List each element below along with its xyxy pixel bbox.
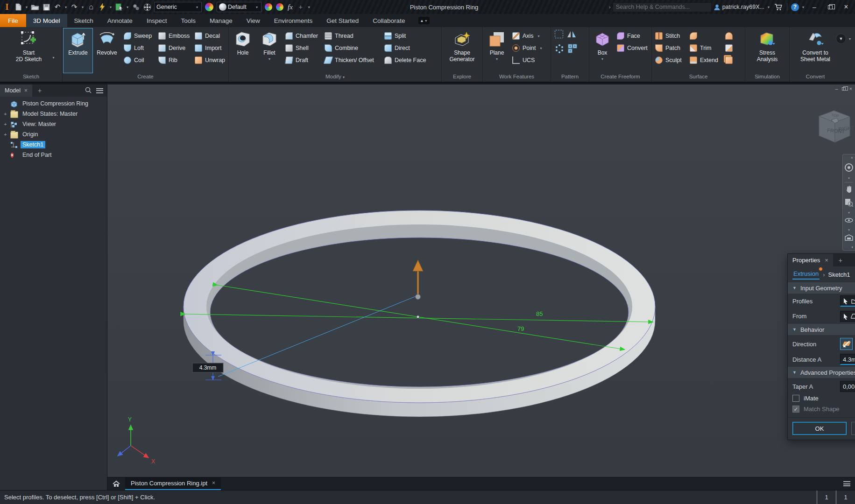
rectangular-pattern-icon[interactable]	[555, 30, 563, 38]
orbit-icon[interactable]	[844, 217, 854, 226]
bolt-dropdown[interactable]: ▾	[108, 5, 113, 9]
fillet-dropdown[interactable]: ▾	[267, 56, 272, 63]
search-box[interactable]	[613, 2, 712, 12]
ok-button[interactable]: OK	[792, 422, 847, 435]
axis-button[interactable]: Axis▾	[510, 30, 550, 42]
imate-checkbox[interactable]	[792, 395, 799, 402]
sculpt-button[interactable]: Sculpt	[653, 54, 687, 66]
redo-button[interactable]: ↷	[69, 1, 79, 13]
tab-3d-model[interactable]: 3D Model	[26, 14, 67, 27]
emboss-button[interactable]: Emboss	[156, 30, 192, 42]
properties-tab[interactable]: Properties×	[788, 254, 833, 266]
hole-button[interactable]: Hole	[230, 28, 256, 73]
home-tab-button[interactable]	[107, 477, 125, 490]
viewport-canvas[interactable]: 85 79 4.3mm Y X	[107, 84, 855, 477]
qat-dropdown[interactable]: ▾	[307, 5, 311, 9]
browser-tab-model[interactable]: Model×	[0, 84, 32, 97]
ribbon-appearance-button[interactable]: ▼	[836, 34, 846, 44]
loft-button[interactable]: Loft	[121, 42, 156, 54]
profiles-selector[interactable]: 1 Profile ×	[840, 295, 855, 307]
freeform-convert-button[interactable]: Convert	[615, 42, 651, 54]
help-button[interactable]: ?	[791, 3, 799, 11]
screen-dropdown[interactable]: ▾	[125, 5, 130, 9]
delete-face-button[interactable]: Delete Face	[382, 54, 433, 66]
add-qat-button[interactable]: +	[296, 1, 306, 13]
sweep-button[interactable]: Sweep	[121, 30, 156, 42]
tab-environments[interactable]: Environments	[267, 14, 320, 27]
taper-a-input[interactable]: 0,00 deg ▸	[840, 381, 855, 392]
tree-item-model-states[interactable]: + Model States: Master	[0, 109, 107, 119]
extrude-button[interactable]: Extrude	[64, 28, 92, 73]
direction-default-button[interactable]	[840, 338, 853, 350]
tree-item-view-master[interactable]: + View: Master	[0, 119, 107, 129]
patch-button[interactable]: Patch	[653, 42, 687, 54]
undo-button[interactable]: ↶	[52, 1, 63, 13]
new-file-dropdown[interactable]: ▾	[24, 5, 29, 9]
dim-height-label[interactable]: 4.3mm	[192, 363, 223, 372]
new-file-button[interactable]	[13, 1, 23, 13]
clear-appearance-icon[interactable]	[276, 3, 283, 11]
breadcrumb-extrusion[interactable]: Extrusion	[792, 269, 820, 280]
material-colorwheel-icon[interactable]	[205, 3, 213, 11]
start-sketch-dropdown[interactable]: ▾	[51, 56, 56, 73]
desktop-connect-icon[interactable]: ▲▾	[418, 17, 430, 24]
plane-button[interactable]: Plane ▾	[484, 28, 510, 73]
thread-button[interactable]: Thread	[322, 30, 382, 42]
import-button[interactable]: Import	[192, 42, 230, 54]
freeform-box-dropdown[interactable]: ▾	[600, 56, 605, 63]
convert-to-sheet-metal-button[interactable]: Convert to Sheet Metal	[792, 28, 839, 73]
adjust-appearance-icon[interactable]	[265, 3, 272, 11]
stress-analysis-button[interactable]: Stress Analysis	[747, 28, 788, 73]
screen-select-icon[interactable]	[114, 1, 124, 13]
cancel-button[interactable]: Cancel	[851, 422, 855, 435]
tab-inspect[interactable]: Inspect	[140, 14, 174, 27]
circular-pattern-icon[interactable]	[555, 44, 564, 55]
section-advanced-properties[interactable]: ▼Advanced Properties	[788, 367, 855, 378]
direct-edit-button[interactable]: Direct	[382, 42, 433, 54]
thicken-offset-button[interactable]: Thicken/ Offset	[322, 54, 382, 66]
rib-button[interactable]: Rib	[156, 54, 192, 66]
tab-annotate[interactable]: Annotate	[100, 14, 140, 27]
tab-manage[interactable]: Manage	[203, 14, 240, 27]
plane-dropdown[interactable]: ▾	[495, 56, 499, 63]
unwrap-button[interactable]: Unwrap	[192, 54, 230, 66]
dim-85-label[interactable]: 85	[536, 310, 543, 317]
zoom-icon[interactable]	[845, 198, 853, 209]
pan-icon[interactable]	[845, 185, 853, 196]
tree-item-root[interactable]: Piston Compression Ring	[0, 98, 107, 109]
joint-icon[interactable]	[131, 1, 141, 13]
ring-body[interactable]	[184, 210, 655, 417]
trim-button[interactable]: Trim	[687, 42, 723, 54]
navbar-close-icon[interactable]: ×	[851, 155, 853, 160]
expander-icon[interactable]: +	[3, 121, 8, 127]
tree-item-origin[interactable]: + Origin	[0, 129, 107, 140]
freeform-box-button[interactable]: Box ▾	[590, 28, 615, 73]
browser-tab-close-icon[interactable]: ×	[24, 87, 28, 94]
surface-repair-button[interactable]	[723, 30, 737, 42]
tab-file[interactable]: File	[0, 14, 26, 27]
coil-button[interactable]: Coil	[121, 54, 156, 66]
replace-face-button[interactable]	[723, 42, 737, 54]
combine-button[interactable]: Combine	[322, 42, 382, 54]
split-button[interactable]: Split	[382, 30, 433, 42]
browser-menu-icon[interactable]	[96, 88, 103, 93]
doc-tab-menu-icon[interactable]	[843, 481, 850, 486]
tree-item-end-of-part[interactable]: × End of Part	[0, 150, 107, 160]
from-selector[interactable]: 1 Sketch Plane	[840, 311, 855, 322]
sketch-driven-pattern-icon[interactable]	[568, 44, 577, 55]
help-dropdown[interactable]: ▾	[801, 5, 806, 9]
sketch-center-point[interactable]	[417, 315, 419, 318]
mirror-icon[interactable]	[567, 30, 576, 40]
start-2d-sketch-button[interactable]: Start 2D Sketch	[7, 28, 51, 73]
parameters-fx-button[interactable]: fx	[286, 3, 295, 11]
shell-button[interactable]: Shell	[283, 42, 322, 54]
properties-tab-close-icon[interactable]: ×	[825, 257, 828, 264]
match-shape-checkbox[interactable]: ✓	[792, 406, 799, 413]
expander-icon[interactable]: +	[3, 111, 8, 117]
tab-get-started[interactable]: Get Started	[319, 14, 366, 27]
chamfer-button[interactable]: Chamfer	[283, 30, 322, 42]
undo-dropdown[interactable]: ▾	[64, 5, 68, 9]
minimize-button[interactable]: –	[807, 1, 821, 13]
ruled-surface-button[interactable]	[687, 30, 723, 42]
breadcrumb-sketch1[interactable]: Sketch1	[828, 271, 850, 278]
